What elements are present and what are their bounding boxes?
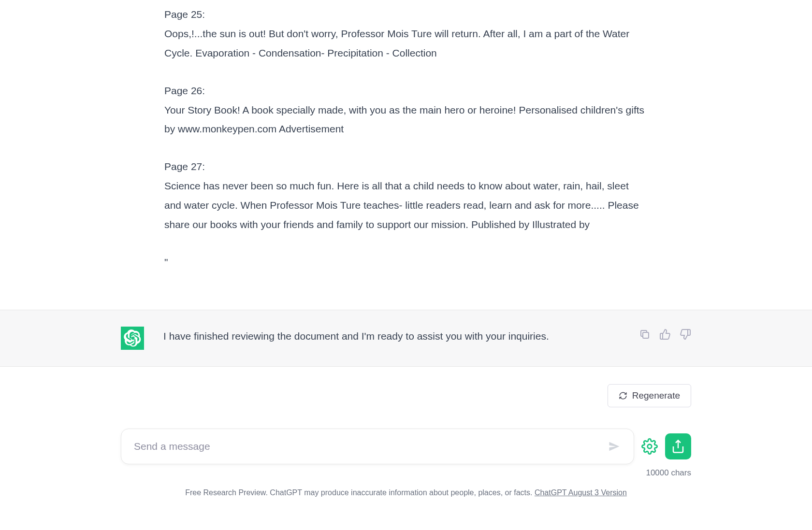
thumbs-down-icon[interactable]: [680, 329, 691, 342]
footer-disclaimer: Free Research Preview. ChatGPT may produ…: [0, 478, 812, 497]
svg-rect-0: [643, 332, 649, 338]
page-27-body: Science has never been so much fun. Here…: [164, 180, 639, 230]
send-button[interactable]: [608, 440, 621, 453]
user-message-text: Page 25: Oops,!...the sun is out! But do…: [164, 5, 648, 272]
svg-point-1: [648, 444, 652, 449]
closing-quote: ": [164, 253, 648, 272]
send-icon: [608, 440, 621, 453]
user-message-area: Page 25: Oops,!...the sun is out! But do…: [0, 0, 812, 310]
page-25-body: Oops,!...the sun is out! But don't worry…: [164, 28, 629, 58]
regenerate-button[interactable]: Regenerate: [608, 384, 691, 407]
page-27-header: Page 27:: [164, 161, 205, 172]
assistant-message-row: I have finished reviewing the document a…: [0, 310, 812, 367]
share-icon: [671, 439, 685, 454]
version-link[interactable]: ChatGPT August 3 Version: [535, 488, 627, 497]
message-input-container[interactable]: [121, 429, 634, 464]
assistant-avatar: [121, 327, 144, 350]
message-input[interactable]: [134, 441, 608, 452]
assistant-message-text: I have finished reviewing the document a…: [163, 327, 620, 342]
page-25-header: Page 25:: [164, 9, 205, 20]
thumbs-up-icon[interactable]: [659, 329, 671, 342]
settings-button[interactable]: [641, 438, 658, 455]
gear-icon: [641, 438, 658, 455]
copy-icon[interactable]: [639, 329, 651, 342]
openai-icon: [124, 329, 141, 347]
refresh-icon: [619, 391, 627, 400]
composer-area: Regenerate 10000 chars Free Research Pre…: [0, 367, 812, 497]
page-26-header: Page 26:: [164, 85, 205, 96]
char-count: 10000 chars: [102, 468, 710, 478]
disclaimer-text: Free Research Preview. ChatGPT may produ…: [185, 488, 535, 497]
page-26-body: Your Story Book! A book specially made, …: [164, 104, 644, 135]
share-button[interactable]: [665, 433, 691, 459]
regenerate-label: Regenerate: [632, 390, 680, 401]
